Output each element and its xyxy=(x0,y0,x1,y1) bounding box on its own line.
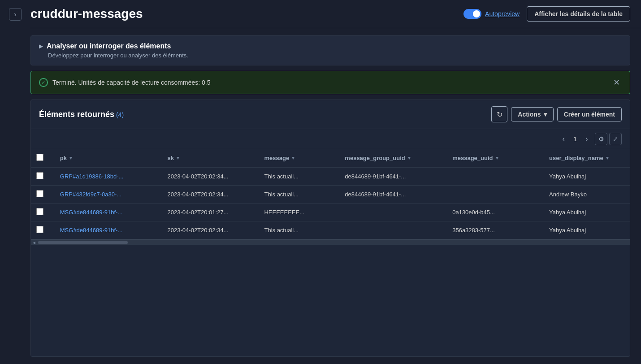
prev-page-button[interactable]: ‹ xyxy=(557,133,570,145)
user-label: user_display_name xyxy=(549,155,603,161)
group-uuid-cell xyxy=(339,221,447,239)
pk-link[interactable]: MSG#de844689-91bf-... xyxy=(60,227,122,234)
col-pk-header[interactable]: pk ▾ xyxy=(55,149,162,167)
table-wrapper: pk ▾ sk ▾ xyxy=(31,149,630,239)
col-sk-header[interactable]: sk ▾ xyxy=(162,149,259,167)
col-message-header[interactable]: message ▾ xyxy=(259,149,339,167)
table-row: GRP#432fd9c7-0a30-...2023-04-02T20:02:34… xyxy=(31,186,630,204)
pk-link[interactable]: GRP#432fd9c7-0a30-... xyxy=(60,191,121,198)
table-head: pk ▾ sk ▾ xyxy=(31,149,630,167)
message-cell: This actuall... xyxy=(259,221,339,239)
table-row: MSG#de844689-91bf-...2023-04-02T20:01:27… xyxy=(31,204,630,221)
msg-uuid-label: message_uuid xyxy=(452,155,493,161)
refresh-button[interactable]: ↻ xyxy=(491,106,507,122)
query-section-header[interactable]: ▶ Analyser ou interroger des éléments xyxy=(39,42,622,50)
message-cell: This actuall... xyxy=(259,186,339,204)
group-uuid-sort-icon: ▾ xyxy=(408,155,411,161)
select-all-header[interactable] xyxy=(31,149,55,167)
sk-label: sk xyxy=(168,155,174,161)
sk-sort-icon: ▾ xyxy=(177,155,179,161)
scroll-left-arrow: ◂ xyxy=(33,239,35,246)
autopreview-switch[interactable] xyxy=(463,9,481,19)
row-select-cell[interactable] xyxy=(31,221,55,239)
row-checkbox[interactable] xyxy=(36,190,43,197)
sk-cell: 2023-04-02T20:01:27... xyxy=(162,204,259,221)
actions-button[interactable]: Actions ▾ xyxy=(511,107,553,121)
pk-cell[interactable]: GRP#a1d19386-18bd-... xyxy=(55,167,162,186)
pk-cell[interactable]: MSG#de844689-91bf-... xyxy=(55,221,162,239)
row-checkbox[interactable] xyxy=(36,172,43,179)
msg-uuid-cell: 0a130e0d-b45... xyxy=(447,204,544,221)
success-icon: ✓ xyxy=(39,78,48,87)
table-toolbar: Éléments retournés (4) ↻ Actions ▾ Créer… xyxy=(31,100,630,129)
message-cell: HEEEEEEEE... xyxy=(259,204,339,221)
user-display-name-cell: Yahya Abulhaj xyxy=(544,167,630,186)
sidebar-toggle-button[interactable]: › xyxy=(9,8,22,21)
row-checkbox[interactable] xyxy=(36,208,43,215)
banner-close-button[interactable]: ✕ xyxy=(611,78,622,87)
query-section-title: Analyser ou interroger des éléments xyxy=(47,42,171,50)
row-select-cell[interactable] xyxy=(31,186,55,204)
msg-uuid-sort-icon: ▾ xyxy=(496,155,498,161)
col-user-header[interactable]: user_display_name ▾ xyxy=(544,149,630,167)
sk-cell: 2023-04-02T20:02:34... xyxy=(162,186,259,204)
settings-icon-button[interactable]: ⚙ xyxy=(595,133,607,145)
pagination-row: ‹ 1 › ⚙ ⤢ xyxy=(31,129,630,149)
gear-icon: ⚙ xyxy=(598,135,604,143)
msg-uuid-cell: 356a3283-577... xyxy=(447,221,544,239)
dropdown-icon: ▾ xyxy=(544,111,547,118)
user-sort-icon: ▾ xyxy=(606,155,609,161)
pk-cell[interactable]: MSG#de844689-91bf-... xyxy=(55,204,162,221)
scrollbar-thumb[interactable] xyxy=(38,241,128,244)
row-select-cell[interactable] xyxy=(31,167,55,186)
message-label: message xyxy=(264,155,289,161)
header-actions: Autopreview Afficher les détails de la t… xyxy=(463,6,630,22)
current-page: 1 xyxy=(572,135,579,143)
group-uuid-cell: de844689-91bf-4641-... xyxy=(339,186,447,204)
row-select-cell[interactable] xyxy=(31,204,55,221)
fit-columns-button[interactable]: ⤢ xyxy=(609,133,622,145)
create-item-button[interactable]: Créer un élément xyxy=(557,107,622,121)
select-all-checkbox[interactable] xyxy=(36,154,43,161)
user-display-name-cell: Yahya Abulhaj xyxy=(544,204,630,221)
autopreview-label: Autopreview xyxy=(485,10,520,17)
group-uuid-cell xyxy=(339,204,447,221)
sk-cell: 2023-04-02T20:02:34... xyxy=(162,221,259,239)
banner-message: Terminé. Unités de capacité de lecture c… xyxy=(52,79,211,86)
page-header: cruddur-messages Autopreview Afficher le… xyxy=(30,0,641,28)
horizontal-scrollbar[interactable]: ◂ xyxy=(31,239,630,245)
next-page-button[interactable]: › xyxy=(580,133,593,145)
success-banner: ✓ Terminé. Unités de capacité de lecture… xyxy=(30,71,630,94)
col-group-uuid-header[interactable]: message_group_uuid ▾ xyxy=(339,149,447,167)
col-msg-uuid-header[interactable]: message_uuid ▾ xyxy=(447,149,544,167)
table-row: MSG#de844689-91bf-...2023-04-02T20:02:34… xyxy=(31,221,630,239)
table-row: GRP#a1d19386-18bd-...2023-04-02T20:02:34… xyxy=(31,167,630,186)
sidebar-panel: › xyxy=(0,0,30,364)
expand-icon: ▶ xyxy=(39,43,43,49)
user-display-name-cell: Andrew Bayko xyxy=(544,186,630,204)
autopreview-toggle[interactable]: Autopreview xyxy=(463,9,520,19)
banner-left: ✓ Terminé. Unités de capacité de lecture… xyxy=(39,78,211,87)
pk-link[interactable]: MSG#de844689-91bf-... xyxy=(60,209,122,216)
row-checkbox[interactable] xyxy=(36,226,43,233)
message-sort-icon: ▾ xyxy=(292,155,295,161)
toggle-knob xyxy=(473,10,480,17)
data-table: pk ▾ sk ▾ xyxy=(31,149,630,239)
chevron-right-icon: › xyxy=(14,10,16,18)
table-title: Éléments retournés xyxy=(39,110,114,119)
table-title-area: Éléments retournés (4) xyxy=(39,110,124,119)
table-count: (4) xyxy=(116,111,124,118)
pk-label: pk xyxy=(60,155,67,161)
pk-link[interactable]: GRP#a1d19386-18bd-... xyxy=(60,173,124,180)
page-title: cruddur-messages xyxy=(30,7,143,21)
actions-label: Actions xyxy=(518,111,541,118)
table-details-button[interactable]: Afficher les détails de la table xyxy=(527,6,630,22)
main-content: cruddur-messages Autopreview Afficher le… xyxy=(30,0,641,364)
table-section: Éléments retournés (4) ↻ Actions ▾ Créer… xyxy=(30,100,630,357)
msg-uuid-cell xyxy=(447,186,544,204)
header-row: pk ▾ sk ▾ xyxy=(31,149,630,167)
pk-cell[interactable]: GRP#432fd9c7-0a30-... xyxy=(55,186,162,204)
scroll-left-area: ◂ xyxy=(31,239,37,246)
toolbar-right: ↻ Actions ▾ Créer un élément xyxy=(491,106,622,122)
group-uuid-cell: de844689-91bf-4641-... xyxy=(339,167,447,186)
